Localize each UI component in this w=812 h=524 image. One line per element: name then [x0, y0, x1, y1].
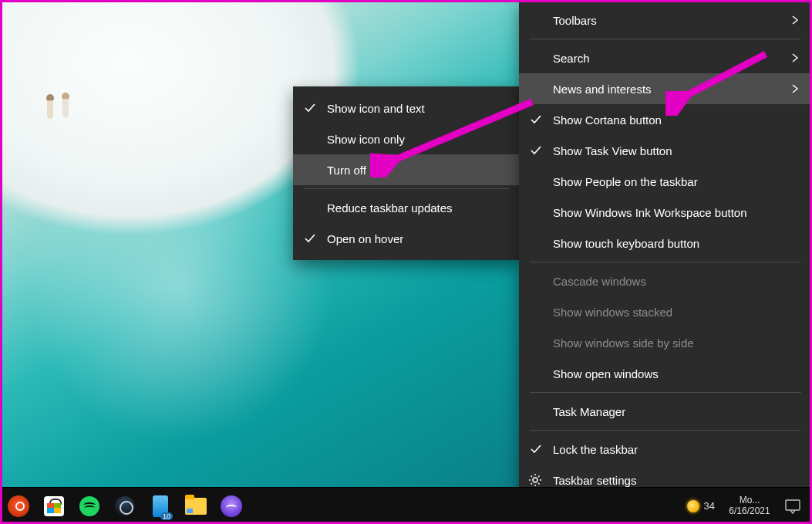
menu-label: Show People on the taskbar [553, 175, 698, 188]
submenu-item-open-on-hover[interactable]: Open on hover [293, 223, 520, 254]
store-icon [44, 496, 64, 516]
menu-separator [530, 430, 801, 431]
taskbar-app-yourphone[interactable]: 10 [150, 495, 171, 517]
menu-label: Show Windows Ink Workspace button [553, 206, 747, 219]
svg-point-0 [533, 478, 537, 482]
menu-item-task-manager[interactable]: Task Manager [519, 396, 812, 427]
menu-item-show-open-windows[interactable]: Show open windows [519, 358, 812, 389]
menu-label: Show icon and text [327, 102, 425, 115]
weather-temp: 34 [704, 500, 715, 512]
svg-line-7 [531, 483, 533, 485]
taskbar-weather[interactable]: 34 [687, 500, 715, 512]
menu-label: Show icon only [327, 133, 405, 146]
clock-line1: Mo... [723, 495, 777, 505]
menu-item-toolbars[interactable]: Toolbars [519, 5, 812, 35]
check-icon [304, 232, 316, 245]
menu-label: Open on hover [327, 232, 403, 245]
menu-separator [530, 392, 801, 393]
check-icon [530, 443, 542, 455]
gear-icon [528, 473, 542, 487]
menu-item-people[interactable]: Show People on the taskbar [519, 166, 812, 197]
submenu-item-reduce-updates[interactable]: Reduce taskbar updates [293, 192, 520, 223]
chevron-right-icon [790, 53, 800, 63]
menu-label: Show open windows [553, 367, 659, 380]
menu-label: Task Manager [553, 405, 625, 418]
menu-label: Show windows stacked [553, 306, 672, 319]
wallpaper-subject [42, 93, 89, 139]
yourphone-icon: 10 [153, 495, 168, 517]
svg-rect-11 [786, 500, 800, 510]
menu-label: Lock the taskbar [553, 443, 638, 456]
menu-separator [530, 262, 801, 262]
svg-line-8 [538, 476, 540, 478]
news-interests-submenu: Show icon and text Show icon only Turn o… [293, 86, 520, 260]
round-app-icon [221, 495, 242, 517]
menu-item-side-by-side: Show windows side by side [519, 327, 812, 358]
taskbar-context-menu: Toolbars Search News and interests Show … [519, 0, 812, 506]
menu-item-touch-keyboard[interactable]: Show touch keyboard button [519, 228, 812, 259]
menu-item-cascade: Cascade windows [519, 265, 812, 296]
taskbar-pinned-apps: 10 [5, 495, 242, 517]
taskbar-app-other[interactable] [221, 495, 242, 517]
chevron-right-icon [790, 84, 800, 93]
taskbar-app-store[interactable] [43, 495, 65, 517]
menu-label: Search [553, 52, 590, 65]
taskbar-app-brave[interactable] [8, 495, 29, 517]
menu-label: Show touch keyboard button [553, 237, 699, 250]
svg-line-5 [531, 476, 533, 478]
menu-item-taskview[interactable]: Show Task View button [519, 135, 812, 166]
menu-label: News and interests [553, 83, 652, 96]
menu-item-news-interests[interactable]: News and interests [519, 73, 812, 104]
menu-separator [530, 39, 801, 39]
check-icon [304, 102, 316, 114]
spotify-icon [79, 496, 99, 516]
svg-line-6 [538, 483, 540, 485]
menu-label: Turn off [327, 164, 366, 177]
badge-count: 10 [160, 512, 173, 520]
check-icon [530, 113, 542, 126]
taskbar-clock[interactable]: Mo... 6/16/2021 [723, 495, 777, 516]
menu-label: Show windows side by side [553, 336, 694, 350]
taskbar-system-tray: 34 Mo... 6/16/2021 [687, 495, 807, 516]
menu-label: Taskbar settings [553, 474, 636, 487]
action-center-icon[interactable] [784, 498, 801, 515]
folder-icon [185, 498, 207, 515]
menu-item-stacked: Show windows stacked [519, 296, 812, 327]
menu-item-search[interactable]: Search [519, 42, 812, 73]
submenu-item-turn-off[interactable]: Turn off [293, 154, 520, 185]
taskbar-app-steam[interactable] [114, 495, 136, 517]
taskbar-app-explorer[interactable] [185, 495, 207, 517]
menu-item-lock-taskbar[interactable]: Lock the taskbar [519, 434, 812, 465]
menu-separator [304, 188, 509, 189]
clock-line2: 6/16/2021 [723, 506, 777, 516]
menu-label: Show Cortana button [553, 113, 662, 127]
taskbar[interactable]: 10 34 Mo... 6/16/2021 [0, 487, 812, 524]
menu-label: Toolbars [553, 14, 597, 27]
sun-icon [687, 500, 699, 512]
menu-label: Cascade windows [553, 275, 646, 288]
taskbar-app-spotify[interactable] [79, 495, 100, 517]
menu-label: Reduce taskbar updates [327, 201, 453, 215]
menu-item-ink[interactable]: Show Windows Ink Workspace button [519, 197, 812, 228]
chevron-right-icon [790, 15, 800, 25]
menu-label: Show Task View button [553, 144, 672, 157]
submenu-item-show-icon-text[interactable]: Show icon and text [293, 93, 520, 123]
check-icon [530, 144, 542, 157]
brave-icon [8, 495, 29, 517]
steam-icon [115, 496, 135, 516]
submenu-item-show-icon-only[interactable]: Show icon only [293, 123, 520, 154]
menu-item-cortana[interactable]: Show Cortana button [519, 104, 812, 135]
